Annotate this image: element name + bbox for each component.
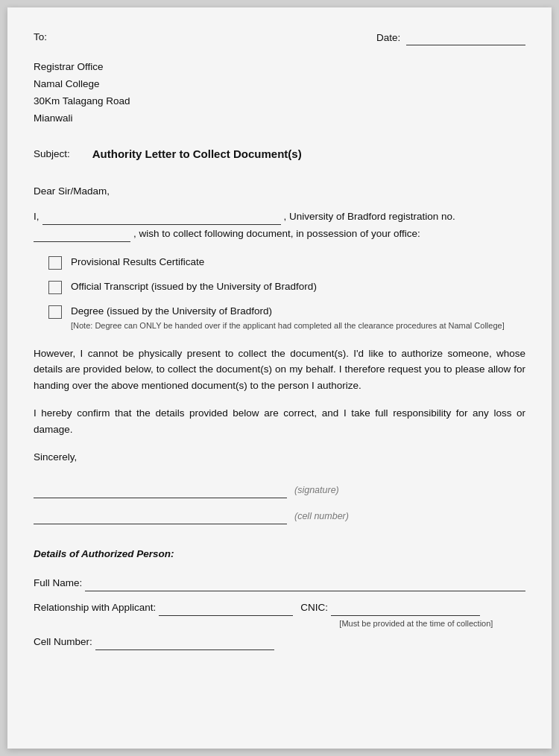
checkbox-transcript[interactable] bbox=[48, 281, 62, 294]
cell-line[interactable] bbox=[34, 509, 287, 524]
subject-row: Subject: Authority Letter to Collect Doc… bbox=[34, 146, 525, 163]
full-name-field[interactable] bbox=[85, 576, 525, 591]
signature-block: (signature) (cell number) bbox=[34, 483, 525, 525]
body-para-2: I hereby confirm that the details provid… bbox=[34, 405, 525, 437]
wish-text: , wish to collect following document, in… bbox=[133, 226, 420, 241]
header-row: To: Date: bbox=[34, 30, 525, 45]
cell-number-field[interactable] bbox=[95, 635, 274, 650]
university-text: , University of Bradford registration no… bbox=[284, 209, 455, 224]
intro-line1: I, , University of Bradford registration… bbox=[34, 209, 525, 225]
details-section: Details of Authorized Person: Full Name:… bbox=[34, 547, 525, 650]
address-line3: 30Km Talagang Road bbox=[34, 93, 525, 110]
details-title: Details of Authorized Person: bbox=[34, 547, 525, 562]
date-row: Date: bbox=[376, 30, 525, 45]
relationship-cnic-row: Relationship with Applicant: CNIC: [Must… bbox=[34, 600, 525, 630]
subject-label: Subject: bbox=[34, 147, 70, 162]
intro-line2: , wish to collect following document, in… bbox=[34, 226, 525, 242]
name-field[interactable] bbox=[42, 209, 281, 225]
date-label: Date: bbox=[376, 32, 400, 43]
signature-label: (signature) bbox=[294, 483, 339, 498]
checkbox-note-3: [Note: Degree can ONLY be handed over if… bbox=[71, 320, 505, 331]
relationship-label: Relationship with Applicant: bbox=[34, 600, 156, 615]
relationship-field[interactable] bbox=[159, 600, 293, 616]
cell-row: (cell number) bbox=[34, 509, 525, 524]
full-name-row: Full Name: bbox=[34, 576, 525, 591]
cnic-label: CNIC: bbox=[300, 600, 328, 615]
checkbox-item-2: Official Transcript (issued by the Unive… bbox=[48, 280, 525, 294]
relationship-group: Relationship with Applicant: bbox=[34, 600, 293, 616]
cell-number-label: Cell Number: bbox=[34, 635, 92, 649]
address-block: Registrar Office Namal College 30Km Tala… bbox=[34, 59, 525, 127]
body-para-1: However, I cannot be physically present … bbox=[34, 346, 525, 394]
salutation: Dear Sir/Madam, bbox=[34, 184, 525, 199]
checkbox-label-2: Official Transcript (issued by the Unive… bbox=[71, 280, 317, 294]
address-line4: Mianwali bbox=[34, 110, 525, 127]
checkbox-list: Provisional Results Certificate Official… bbox=[48, 255, 525, 331]
intro-para: I, , University of Bradford registration… bbox=[34, 209, 525, 243]
checkbox-degree[interactable] bbox=[48, 305, 62, 319]
document-container: To: Date: Registrar Office Namal College… bbox=[7, 7, 552, 749]
checkbox-item-3: Degree (issued by the University of Brad… bbox=[48, 305, 525, 331]
cell-label: (cell number) bbox=[294, 509, 349, 524]
cell-number-row: Cell Number: bbox=[34, 635, 525, 650]
i-label: I, bbox=[34, 209, 40, 224]
full-name-label: Full Name: bbox=[34, 576, 82, 591]
cnic-field[interactable] bbox=[331, 600, 480, 616]
cnic-note: [Must be provided at the time of collect… bbox=[339, 617, 493, 630]
reg-no-field[interactable] bbox=[34, 226, 130, 242]
cnic-group: CNIC: [Must be provided at the time of c… bbox=[300, 600, 493, 630]
cnic-row: CNIC: bbox=[300, 600, 480, 616]
date-line bbox=[406, 30, 525, 45]
sincerely: Sincerely, bbox=[34, 450, 525, 465]
checkbox-label-3: Degree (issued by the University of Brad… bbox=[71, 305, 505, 331]
to-label: To: bbox=[34, 30, 47, 45]
checkbox-provisional[interactable] bbox=[48, 256, 62, 270]
signature-line[interactable] bbox=[34, 483, 287, 498]
address-line2: Namal College bbox=[34, 76, 525, 93]
checkbox-label-1: Provisional Results Certificate bbox=[71, 255, 204, 270]
checkbox-item-1: Provisional Results Certificate bbox=[48, 255, 525, 270]
subject-text: Authority Letter to Collect Document(s) bbox=[92, 146, 302, 163]
address-line1: Registrar Office bbox=[34, 59, 525, 76]
signature-row: (signature) bbox=[34, 483, 525, 498]
